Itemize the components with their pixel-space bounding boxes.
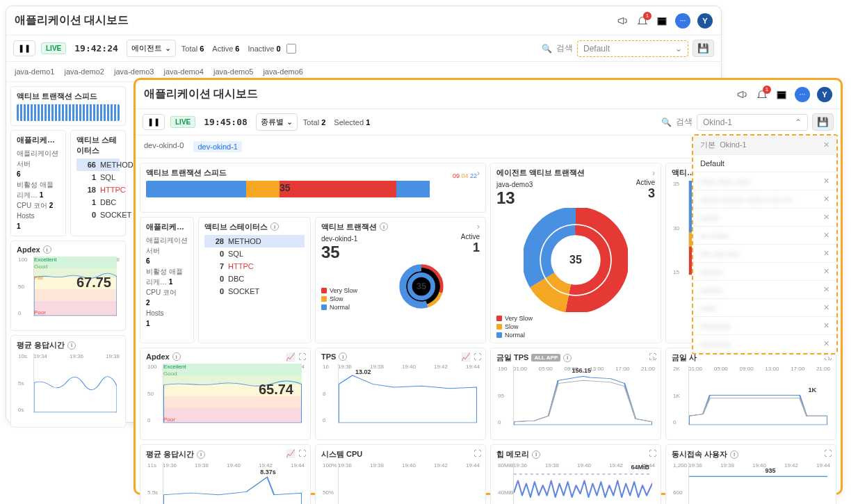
info-icon[interactable]: i [563, 354, 572, 362]
expand-icon[interactable]: ⛶ [298, 449, 306, 458]
remove-icon[interactable]: ✕ [823, 339, 829, 348]
info-icon[interactable]: i [43, 245, 51, 254]
chat-icon[interactable]: ··· [795, 87, 810, 102]
dd-item[interactable]: xxxxxx✕ [693, 263, 836, 281]
front-titlebar: 애플리케이션 대시보드 1 ··· Y [136, 80, 841, 109]
speed-panel: 액티브 트랜잭션 스피드› 35 09 04 22 [140, 163, 486, 213]
speed-stripe [17, 104, 120, 121]
avatar[interactable]: Y [817, 87, 832, 102]
apdex-panel: Apdexi 100500 Excellent Good Fair Poor 6… [10, 241, 126, 331]
agent-active-panel: 에이전트 액티브 트랜잭션› java-demo3 13 Active3 35 … [490, 163, 661, 343]
tab[interactable]: java-demo3 [114, 67, 154, 76]
chip-icon[interactable] [286, 44, 296, 54]
front-title: 애플리케이션 대시보드 [144, 87, 736, 101]
pause-button[interactable]: ❚❚ [13, 40, 35, 56]
megaphone-icon[interactable] [617, 15, 629, 27]
remove-icon[interactable]: ✕ [823, 213, 829, 222]
dd-item[interactable]: Default [693, 155, 836, 172]
active-tx-panel: 액티브 트랜잭션i› dev-okind-1 35 Active1 Very S… [315, 217, 486, 344]
info-icon[interactable]: i [270, 222, 279, 231]
heap-panel: 힙 메모리i ⛶ 80MiB40MiB0 64MiB 19:3619:3819:… [490, 444, 661, 504]
info-icon[interactable]: i [380, 222, 388, 231]
tab[interactable]: java-demo5 [213, 67, 253, 76]
app-panel: 애플리케… 애플리케이션 서버6 비활성 애플리케… 1 CPU 코어 2 Ho… [10, 130, 66, 236]
bell-icon[interactable]: 1 [636, 15, 649, 27]
archive-icon[interactable] [775, 88, 788, 101]
resp-panel: 평균 응답시간i 📈⛶ 11s5.5s0s 8.37s 19:3619:3819… [140, 444, 311, 504]
info-icon[interactable]: i [532, 450, 540, 459]
tab[interactable]: java-demo6 [263, 67, 302, 76]
expand-icon[interactable]: ⛶ [824, 449, 832, 457]
chart-type-icon[interactable]: 📈 [286, 352, 296, 361]
dashboard-select[interactable]: Default⌄ [577, 40, 688, 57]
archive-icon[interactable] [656, 15, 668, 27]
info-icon[interactable]: i [339, 352, 347, 361]
tab[interactable]: dev-okind-0 [144, 141, 184, 152]
expand-icon[interactable]: ⛶ [649, 449, 656, 457]
info-icon[interactable]: i [172, 352, 181, 361]
chart-type-icon[interactable]: 📈 [461, 352, 471, 361]
dd-item[interactable]: xxxx✕ [693, 299, 836, 317]
status-panel: 액티브 스테이터스i 28METHOD 0SQL 7HTTPC 0DBC 0SO… [198, 217, 311, 344]
expand-icon[interactable]: ⛶ [473, 449, 481, 457]
speed-panel: 액티브 트랜잭션 스피드 [10, 86, 126, 126]
dd-item[interactable]: xxx xxx xxx✕ [693, 245, 836, 263]
remove-icon[interactable]: ✕ [823, 195, 829, 204]
expand-icon[interactable]: ⛶ [298, 352, 306, 361]
chat-icon[interactable]: ··· [675, 13, 690, 29]
remove-icon[interactable]: ✕ [823, 267, 829, 276]
remove-icon[interactable]: ✕ [823, 177, 829, 186]
expand-icon[interactable]: › [652, 168, 655, 178]
dd-item[interactable]: xxxxx xxxxxx xxxx-x xxx-xx✕ [693, 190, 836, 209]
concurrent-panel: 동시접속 사용자i ⛶ 1,2006000 935 19:3619:3819:4… [665, 444, 836, 504]
resp-panel: 평균 응답시간i 10s5s0s 19:3419:3619:38 [10, 335, 126, 428]
search-icon[interactable]: 🔍 [661, 117, 672, 127]
expand-icon[interactable]: › [477, 168, 480, 178]
info-icon[interactable]: i [67, 341, 76, 350]
expand-icon[interactable]: › [477, 222, 480, 231]
chart-type-icon[interactable]: 📈 [286, 449, 296, 458]
remove-icon[interactable]: ✕ [823, 321, 829, 330]
bell-icon[interactable]: 1 [756, 88, 768, 101]
cpu-panel: 시스템 CPU ⛶ 100%50%0% 13.3% 19:3619:3819:4… [315, 444, 486, 504]
remove-icon[interactable]: ✕ [823, 249, 829, 258]
dd-item[interactable]: xxxxxx✕ [693, 281, 836, 299]
tps-panel: TPSi 📈⛶ 1680 13.02 19:3619:3819:4019:421… [315, 348, 486, 440]
remove-icon[interactable]: ✕ [823, 231, 829, 240]
tab[interactable]: java-demo1 [15, 67, 54, 76]
stat-row: Total 6 Active 6 Inactive 0 [181, 44, 281, 53]
back-toolbar: ❚❚ LIVE 19:42:24 에이전트 ⌄ Total 6 Active 6… [6, 35, 721, 62]
save-button[interactable]: 💾 [693, 40, 714, 57]
remove-icon[interactable]: ✕ [823, 303, 829, 312]
remove-icon[interactable]: ✕ [823, 285, 829, 294]
dd-item[interactable]: xxxxx✕ [693, 209, 836, 227]
tab-active[interactable]: dev-okind-1 [193, 141, 241, 152]
agent-dropdown[interactable]: 에이전트 ⌄ [127, 40, 176, 57]
megaphone-icon[interactable] [736, 88, 749, 101]
dd-item[interactable]: xxxx xxxx xxxx✕ [693, 172, 836, 190]
search-icon[interactable]: 🔍 [542, 44, 552, 54]
donut-chart: 35 [397, 262, 446, 311]
tab[interactable]: java-demo2 [64, 67, 104, 76]
front-toolbar: ❚❚ LIVE 19:45:08 종류별 ⌄ Total 2 Selected … [136, 109, 841, 136]
dd-item[interactable]: xxxxxxxx✕ [693, 317, 836, 335]
avatar[interactable]: Y [697, 13, 713, 29]
dd-item[interactable]: xx xxxxx✕ [693, 227, 836, 245]
back-title: 애플리케이션 대시보드 [15, 13, 617, 28]
dashboard-dropdown: 기본 Okind-1✕ Default xxxx xxxx xxxx✕ xxxx… [692, 134, 838, 355]
expand-icon[interactable]: ⛶ [649, 352, 656, 361]
close-icon[interactable]: ✕ [823, 140, 829, 149]
info-icon[interactable]: i [197, 450, 205, 459]
dd-item[interactable]: xxxxxxxx✕ [693, 335, 836, 353]
dashboard-select[interactable]: Okind-1⌃ [697, 114, 808, 131]
clock: 19:42:24 [72, 42, 121, 55]
expand-icon[interactable]: ⛶ [473, 352, 481, 361]
save-button[interactable]: 💾 [812, 113, 834, 131]
pause-button[interactable]: ❚❚ [143, 114, 165, 130]
back-titlebar: 애플리케이션 대시보드 1 ··· Y [6, 6, 721, 35]
kind-dropdown[interactable]: 종류별 ⌄ [256, 113, 298, 131]
live-badge: LIVE [170, 116, 195, 128]
dd-header: 기본 Okind-1✕ [693, 136, 836, 155]
info-icon[interactable]: i [730, 450, 738, 459]
tab[interactable]: java-demo4 [163, 67, 203, 76]
